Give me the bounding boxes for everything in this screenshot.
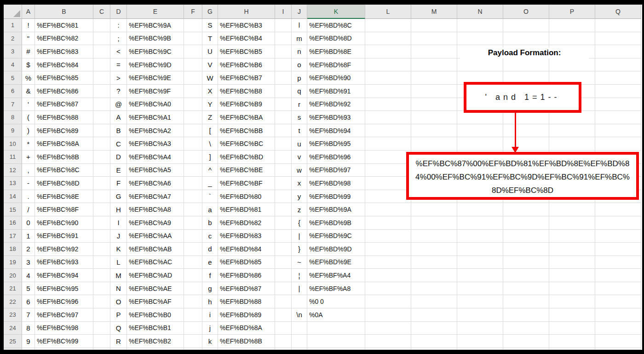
cell-L2[interactable] <box>365 32 411 46</box>
cell-I25[interactable] <box>275 335 292 348</box>
cell-L12[interactable] <box>365 164 411 177</box>
cell-O17[interactable] <box>503 230 549 243</box>
cell-P8[interactable] <box>549 111 595 124</box>
cell-M5[interactable] <box>411 71 457 85</box>
cell-H3[interactable]: %EF%BC%B5 <box>218 45 275 58</box>
cell-K15[interactable]: %EF%BD%9A <box>307 203 365 216</box>
cell-A14[interactable]: . <box>22 190 35 203</box>
cell-F17[interactable] <box>184 230 202 243</box>
cell-K6[interactable]: %EF%BD%91 <box>307 85 365 98</box>
cell-G14[interactable]: ` <box>202 190 218 203</box>
cell-P23[interactable] <box>549 308 595 322</box>
cell-L6[interactable] <box>365 85 411 98</box>
cell-G13[interactable]: _ <box>202 177 218 190</box>
cell-D18[interactable]: K <box>110 243 127 256</box>
cell-B15[interactable]: %EF%BC%8F <box>35 203 93 216</box>
row-header-5[interactable]: 5 <box>4 71 22 85</box>
cell-E15[interactable]: %EF%BC%A8 <box>127 203 184 216</box>
cell-M17[interactable] <box>411 230 457 243</box>
cell-Q10[interactable] <box>595 137 641 151</box>
cell-O21[interactable] <box>503 282 549 296</box>
cell-K8[interactable]: %EF%BD%93 <box>307 111 365 124</box>
cell-O7[interactable] <box>503 98 549 111</box>
cell-C3[interactable] <box>93 45 110 58</box>
cell-A22[interactable]: 6 <box>22 295 35 308</box>
cell-M10[interactable] <box>411 137 457 151</box>
cell-F24[interactable] <box>184 322 202 335</box>
cell-F13[interactable] <box>184 177 202 190</box>
cell-J11[interactable]: v <box>292 151 307 164</box>
cell-A18[interactable]: 2 <box>22 243 35 256</box>
cell-C12[interactable] <box>93 164 110 177</box>
cell-H21[interactable]: %EF%BD%87 <box>218 282 275 296</box>
cell-E8[interactable]: %EF%BC%A1 <box>127 111 184 124</box>
cell-E4[interactable]: %EF%BC%9D <box>127 58 184 72</box>
cell-J20[interactable]: ¦ <box>292 269 307 282</box>
cell-M3[interactable] <box>411 45 457 58</box>
cell-J6[interactable]: q <box>292 85 307 98</box>
cell-G3[interactable]: U <box>202 45 218 58</box>
column-header-K[interactable]: K <box>307 5 365 19</box>
cell-O8[interactable] <box>503 111 549 124</box>
cell-C13[interactable] <box>93 177 110 190</box>
cell-E6[interactable]: %EF%BC%9F <box>127 85 184 98</box>
cell-O16[interactable] <box>503 216 549 230</box>
cell-L14[interactable] <box>365 190 411 203</box>
cell-F23[interactable] <box>184 308 202 322</box>
cell-E14[interactable]: %EF%BC%A7 <box>127 190 184 203</box>
cell-A3[interactable]: # <box>22 45 35 58</box>
cell-M24[interactable] <box>411 322 457 335</box>
cell-H12[interactable]: %EF%BC%BE <box>218 164 275 177</box>
cell-N1[interactable] <box>457 19 503 32</box>
cell-K9[interactable]: %EF%BD%94 <box>307 124 365 138</box>
column-header-D[interactable]: D <box>110 5 127 19</box>
cell-D6[interactable]: ? <box>110 85 127 98</box>
cell-P15[interactable] <box>549 203 595 216</box>
cell-E24[interactable]: %EF%BC%B1 <box>127 322 184 335</box>
cell-H25[interactable]: %EF%BD%8B <box>218 335 275 348</box>
cell-I22[interactable] <box>275 295 292 308</box>
cell-O13[interactable] <box>503 177 549 190</box>
cell-J15[interactable]: z <box>292 203 307 216</box>
cell-O24[interactable] <box>503 322 549 335</box>
cell-Q7[interactable] <box>595 98 641 111</box>
cell-Q20[interactable] <box>595 269 641 282</box>
cell-E20[interactable]: %EF%BC%AD <box>127 269 184 282</box>
cell-P7[interactable] <box>549 98 595 111</box>
cell-C17[interactable] <box>93 230 110 243</box>
cell-P11[interactable] <box>549 151 595 164</box>
cell-G9[interactable]: [ <box>202 124 218 138</box>
cell-O20[interactable] <box>503 269 549 282</box>
cell-I14[interactable] <box>275 190 292 203</box>
cell-I2[interactable] <box>275 32 292 46</box>
cell-P25[interactable] <box>549 335 595 348</box>
cell-G21[interactable]: g <box>202 282 218 296</box>
cell-K14[interactable]: %EF%BD%99 <box>307 190 365 203</box>
cell-G4[interactable]: V <box>202 58 218 72</box>
column-header-B[interactable]: B <box>35 5 93 19</box>
cell-N21[interactable] <box>457 282 503 296</box>
cell-E23[interactable]: %EF%BC%B0 <box>127 308 184 322</box>
cell-L15[interactable] <box>365 203 411 216</box>
cell-C16[interactable] <box>93 216 110 230</box>
row-header-11[interactable]: 11 <box>4 151 22 164</box>
cell-F8[interactable] <box>184 111 202 124</box>
cell-D20[interactable]: M <box>110 269 127 282</box>
cell-E25[interactable]: %EF%BC%B2 <box>127 335 184 348</box>
cell-M7[interactable] <box>411 98 457 111</box>
cell-A23[interactable]: 7 <box>22 308 35 322</box>
cell-N4[interactable] <box>457 58 503 72</box>
cell-J21[interactable]: | <box>292 282 307 296</box>
row-header-15[interactable]: 15 <box>4 203 22 216</box>
column-header-N[interactable]: N <box>457 5 503 19</box>
column-header-C[interactable]: C <box>93 5 110 19</box>
cell-J19[interactable]: ~ <box>292 256 307 269</box>
cell-H13[interactable]: %EF%BC%BF <box>218 177 275 190</box>
cell-L7[interactable] <box>365 98 411 111</box>
cell-C6[interactable] <box>93 85 110 98</box>
cell-B3[interactable]: %EF%BC%83 <box>35 45 93 58</box>
cell-I13[interactable] <box>275 177 292 190</box>
cell-E16[interactable]: %EF%BC%A9 <box>127 216 184 230</box>
column-header-F[interactable]: F <box>184 5 202 19</box>
cell-J25[interactable] <box>292 335 307 348</box>
